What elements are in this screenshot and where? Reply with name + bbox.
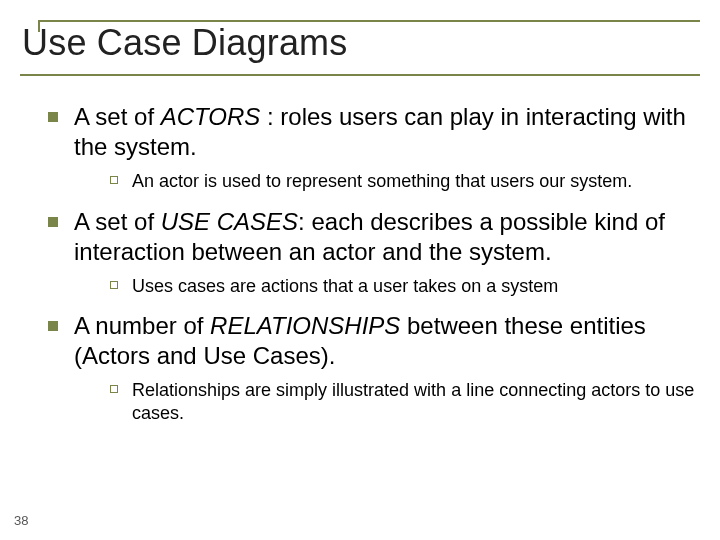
square-bullet-icon [48,217,58,227]
list-item: A set of ACTORS : roles users can play i… [48,102,700,193]
content-area: A set of ACTORS : roles users can play i… [20,102,700,424]
slide: Use Case Diagrams A set of ACTORS : role… [0,0,720,540]
page-number: 38 [14,513,28,528]
sub-item: An actor is used to represent something … [110,170,700,193]
sub-item-text: Uses cases are actions that a user takes… [132,275,558,298]
text-em: USE CASES [161,208,298,235]
sub-item-text: An actor is used to represent something … [132,170,632,193]
sub-item: Uses cases are actions that a user takes… [110,275,700,298]
item-text: A set of ACTORS : roles users can play i… [74,102,700,162]
title-rule: Use Case Diagrams [20,22,700,76]
item-text: A number of RELATIONSHIPS between these … [74,311,700,371]
sub-item-text: Relationships are simply illustrated wit… [132,379,700,424]
square-bullet-icon [48,112,58,122]
text-pre: A set of [74,208,161,235]
sub-item: Relationships are simply illustrated wit… [110,379,700,424]
text-em: ACTORS [161,103,261,130]
open-square-bullet-icon [110,176,118,184]
item-text: A set of USE CASES: each describes a pos… [74,207,700,267]
slide-title: Use Case Diagrams [22,22,700,64]
open-square-bullet-icon [110,281,118,289]
text-em: RELATIONSHIPS [210,312,400,339]
list-item: A set of USE CASES: each describes a pos… [48,207,700,298]
open-square-bullet-icon [110,385,118,393]
list-item: A number of RELATIONSHIPS between these … [48,311,700,424]
square-bullet-icon [48,321,58,331]
text-pre: A set of [74,103,161,130]
text-pre: A number of [74,312,210,339]
